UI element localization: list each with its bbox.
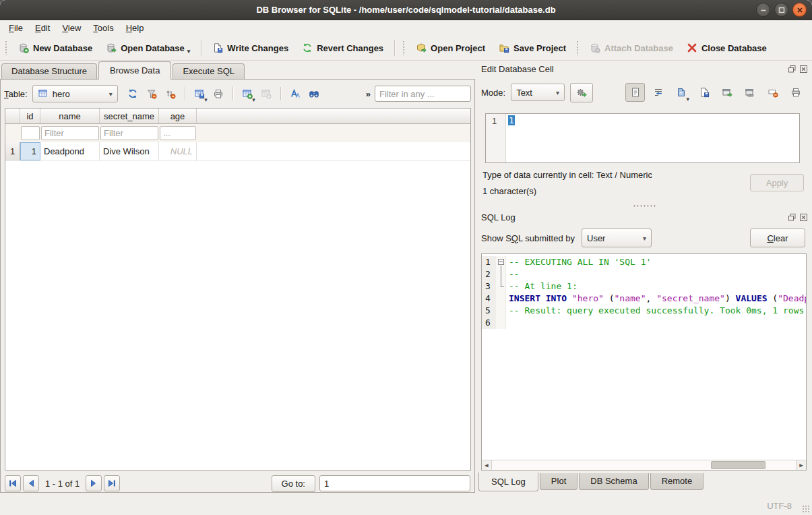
table-cell[interactable]: Deadpond: [40, 142, 100, 160]
table-icon: [38, 88, 49, 99]
mode-select[interactable]: Text ▾: [511, 84, 565, 101]
dock-tab-remote[interactable]: Remote: [650, 473, 704, 490]
global-filter-input[interactable]: [375, 86, 471, 102]
tab-execute-sql[interactable]: Execute SQL: [173, 63, 245, 79]
word-wrap-button[interactable]: [648, 83, 668, 102]
goto-input[interactable]: [319, 475, 470, 491]
set-null-button[interactable]: [763, 83, 782, 102]
column-filter-input[interactable]: [160, 126, 196, 140]
browse-toolbar: Table: hero ▾ ▾▾ »: [4, 84, 471, 103]
open-database-button[interactable]: Open Database▾: [99, 40, 197, 56]
close-dock-icon[interactable]: [799, 213, 808, 222]
tab-browse-data[interactable]: Browse Data: [98, 61, 171, 80]
import-button[interactable]: ▾: [671, 83, 691, 102]
clear-filters-button[interactable]: [143, 85, 160, 102]
toolbar-grip[interactable]: [5, 40, 8, 55]
maximize-button[interactable]: [774, 3, 788, 17]
close-database-button[interactable]: Close Database: [680, 40, 774, 56]
new-database-button[interactable]: New Database: [11, 40, 99, 56]
first-record-button[interactable]: [5, 475, 21, 491]
toolbar-separator: [185, 87, 185, 100]
scrollbar-thumb[interactable]: [711, 461, 766, 469]
format-button[interactable]: [286, 85, 304, 102]
open-external-button[interactable]: [717, 83, 737, 102]
toolbar-overflow-chevron[interactable]: »: [364, 89, 373, 99]
close-button[interactable]: [792, 3, 807, 17]
dock-splitter-handle[interactable]: [633, 204, 656, 208]
submitted-by-select[interactable]: User ▾: [582, 229, 652, 247]
chevron-down-icon[interactable]: ▾: [686, 97, 689, 101]
refresh-button[interactable]: [124, 85, 142, 102]
new-record-button[interactable]: ▾: [239, 85, 256, 102]
table-cell[interactable]: 1: [20, 142, 40, 160]
fold-margin: [496, 268, 506, 280]
menu-file[interactable]: File: [3, 22, 29, 34]
dock-tab-sql-log[interactable]: SQL Log: [478, 473, 538, 491]
chevron-down-icon[interactable]: ▾: [252, 98, 255, 102]
column-filter-input[interactable]: [100, 126, 158, 140]
delete-record-icon: [261, 88, 272, 99]
menu-view[interactable]: View: [56, 22, 87, 34]
fold-margin: [496, 317, 506, 329]
column-filter-input[interactable]: [41, 126, 99, 140]
resize-grip[interactable]: [802, 505, 811, 514]
save-project-button[interactable]: Save Project: [492, 40, 573, 56]
cell-editor[interactable]: 1 1: [485, 113, 800, 163]
sql-log-controls: Show SQL submitted by User ▾ Clear: [481, 228, 805, 248]
dock-tab-plot[interactable]: Plot: [540, 473, 577, 490]
row-header[interactable]: 1: [5, 142, 20, 160]
table-select[interactable]: hero ▾: [32, 85, 118, 102]
column-header-secret_name[interactable]: secret_name: [100, 109, 159, 123]
write-changes-button[interactable]: Write Changes: [206, 40, 295, 56]
menu-tools[interactable]: Tools: [87, 22, 119, 34]
sql-log-line: 3-- At line 1:: [482, 280, 806, 293]
line-number: 5: [482, 305, 496, 317]
fold-margin: [496, 256, 506, 268]
print-button[interactable]: [786, 83, 805, 102]
open-project-icon: [416, 42, 427, 53]
titlebar[interactable]: DB Browser for SQLite - /home/user/code/…: [0, 0, 812, 20]
table-cell[interactable]: Dive Wilson: [100, 142, 159, 160]
fold-margin: [496, 280, 506, 293]
chevron-down-icon[interactable]: ▾: [187, 49, 191, 53]
scrollbar-track[interactable]: [492, 460, 796, 470]
toolbar-grip[interactable]: [402, 40, 406, 55]
close-dock-icon[interactable]: [799, 65, 808, 73]
open-project-button[interactable]: Open Project: [409, 40, 492, 56]
scroll-right-icon[interactable]: ▶: [796, 460, 806, 470]
tab-database-structure[interactable]: Database Structure: [1, 63, 97, 79]
float-dock-icon[interactable]: [788, 65, 797, 73]
menu-edit[interactable]: Edit: [29, 22, 56, 34]
clear-button[interactable]: Clear: [750, 229, 805, 247]
revert-changes-button[interactable]: Revert Changes: [295, 40, 390, 56]
fold-margin: [496, 293, 506, 305]
next-record-button[interactable]: [86, 475, 102, 491]
column-filter-input[interactable]: [21, 126, 40, 140]
dock-tab-db-schema[interactable]: DB Schema: [579, 473, 648, 490]
text-mode-button[interactable]: [625, 83, 645, 102]
menu-help[interactable]: Help: [120, 22, 150, 34]
column-header-id[interactable]: id: [20, 109, 40, 123]
column-header-name[interactable]: name: [40, 109, 100, 123]
export-button[interactable]: [694, 83, 714, 102]
link-button[interactable]: [740, 83, 759, 102]
auto-apply-button[interactable]: [570, 83, 593, 102]
table-cell[interactable]: NULL: [159, 142, 197, 160]
fold-collapse-icon[interactable]: [498, 259, 504, 265]
print-button[interactable]: [210, 85, 227, 102]
horizontal-scrollbar[interactable]: ◀ ▶: [482, 460, 806, 470]
chevron-down-icon[interactable]: ▾: [204, 98, 208, 102]
float-dock-icon[interactable]: [788, 213, 797, 222]
clear-sort-button[interactable]: [162, 85, 179, 102]
show-sql-label: Show SQL submitted by: [481, 233, 575, 243]
save-table-button[interactable]: ▾: [191, 85, 208, 102]
find-button[interactable]: [305, 85, 323, 102]
goto-button[interactable]: Go to:: [272, 475, 315, 492]
minimize-button[interactable]: [756, 3, 770, 17]
sql-log-editor[interactable]: 1-- EXECUTING ALL IN 'SQL 1'2--3-- At li…: [481, 253, 807, 471]
scroll-left-icon[interactable]: ◀: [482, 460, 492, 470]
previous-record-button[interactable]: [23, 475, 39, 491]
column-header-age[interactable]: age: [159, 109, 197, 123]
last-record-button[interactable]: [104, 475, 120, 491]
toolbar-grip[interactable]: [576, 40, 580, 55]
